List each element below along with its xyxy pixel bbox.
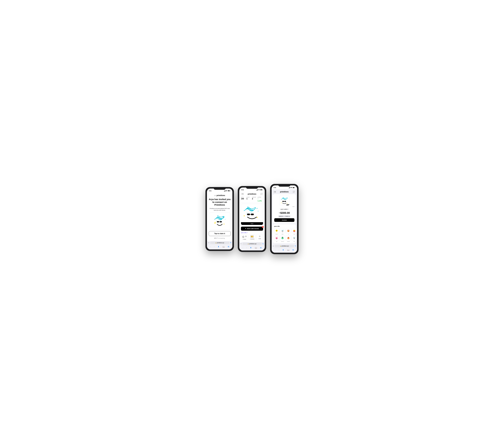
p3-wallet-icon[interactable] — [273, 190, 276, 194]
nft-thumb-friend[interactable]: ☺☺ 1 friend — [241, 234, 248, 241]
phone-1-content: ☺ primitives Arya has invited you to con… — [207, 192, 232, 241]
svg-text:☀: ☀ — [223, 223, 225, 225]
svg-text:✦: ✦ — [281, 199, 281, 200]
bookmarks-icon-2[interactable]: 📖 — [255, 247, 257, 249]
nft-moment-icon: 🎫 — [250, 235, 254, 238]
nft-img-tick: ✦ — [291, 235, 297, 241]
bookmarks-icon-3[interactable]: 📖 — [287, 249, 289, 251]
safari-aa-2[interactable]: AA — [240, 243, 242, 244]
svg-text:♥: ♥ — [277, 236, 278, 237]
share-icon-2[interactable]: ⬆ — [250, 247, 252, 249]
phone-2-screen: 9:41 — [239, 187, 265, 251]
share-badge: 2 — [262, 226, 264, 228]
safari-url-bar-3[interactable]: 🔒 primitives.xyz — [275, 245, 294, 247]
nft-cell-rj[interactable]: ★ ★ rj — [286, 228, 291, 235]
nft-img-marcus — [280, 235, 285, 241]
p2-chat-icon[interactable] — [260, 192, 263, 196]
svg-rect-43 — [282, 231, 282, 231]
claim-button[interactable]: Tap to claim it — [209, 231, 231, 236]
svg-text:✦: ✦ — [224, 216, 225, 218]
nft-cell-nems[interactable]: nems — [274, 228, 279, 235]
invite-title: Arya has invited you to connect on Primi… — [209, 198, 231, 206]
p2-stat-shared: shared 1 — [246, 197, 252, 202]
forward-icon-1[interactable]: › — [214, 246, 214, 248]
battery-icon-3 — [292, 187, 295, 188]
svg-text:✦: ✦ — [256, 208, 258, 209]
p2-nft-card: ✦ ✦ ✦ ☀ ☀ — [241, 204, 263, 225]
safari-aa-3[interactable]: AA — [273, 245, 274, 247]
copy-icon[interactable]: ⧉ — [289, 216, 290, 217]
your-nfts-header-2[interactable]: your nfts > — [239, 231, 265, 234]
p3-your-nfts-section: your nfts — [273, 224, 296, 243]
refresh-icon-2[interactable]: ↻ — [262, 243, 264, 245]
nft-cell-kai[interactable]: kai — [291, 228, 297, 235]
share-button[interactable]: ✦ share with friends 2 — [241, 227, 263, 231]
p2-header: primitives — [239, 191, 265, 196]
p3-wallet-address: AORG54...FJWOV ⧉ — [278, 215, 291, 218]
nft-cell-syf[interactable]: ♥ ♥ syf — [274, 235, 279, 242]
svg-point-69 — [288, 238, 288, 238]
phone-3: 9:41 — [270, 184, 299, 254]
svg-text:☀: ☀ — [281, 202, 282, 204]
status-time-1: 9:41 — [209, 190, 212, 192]
svg-text:☀: ☀ — [243, 215, 245, 217]
phone-3-screen: 9:41 — [272, 186, 297, 253]
nft-cell-tick[interactable]: ✦ tick — [291, 235, 297, 242]
safari-url-bar-1[interactable]: 🔒 primitives.xyz — [210, 241, 229, 244]
p2-wallet-icon[interactable] — [241, 192, 244, 196]
svg-point-37 — [276, 230, 277, 231]
wallet-svg-2 — [242, 193, 243, 195]
back-icon-3[interactable]: ‹ — [275, 249, 275, 251]
safari-aa-1[interactable]: AA — [208, 242, 210, 243]
nft-cell-marcus[interactable]: marcus — [280, 235, 285, 242]
svg-rect-31 — [282, 201, 284, 202]
status-time-3: 9:41 — [274, 187, 276, 188]
nft-cell-amelia[interactable]: ✦ ✦ amelia — [286, 235, 291, 242]
forward-icon-2[interactable]: › — [246, 247, 247, 249]
svg-text:☀: ☀ — [214, 222, 216, 224]
nft-img-amelia: ✦ ✦ — [286, 235, 291, 241]
back-icon-2[interactable]: ‹ — [243, 247, 243, 249]
p3-receive-button[interactable]: receive — [274, 218, 294, 222]
p2-title: primitives — [248, 193, 256, 195]
refresh-icon-1[interactable]: ↻ — [230, 242, 231, 244]
p3-title: primitives — [280, 191, 289, 193]
p2-stat-collected: collected 2 — [252, 197, 258, 202]
phone-1-screen: 9:41 — [207, 188, 232, 249]
share-icon-1[interactable]: ⬆ — [218, 246, 219, 248]
svg-text:✦: ✦ — [250, 212, 251, 213]
svg-point-60 — [277, 238, 277, 238]
svg-text:✦: ✦ — [216, 220, 217, 221]
phones-container: 9:41 — [205, 184, 299, 254]
tabs-icon-1[interactable]: ⧉ — [228, 246, 229, 248]
lock-icon-2: 🔒 — [248, 243, 249, 244]
bookmarks-icon-1[interactable]: 📖 — [223, 246, 225, 248]
back-icon-1[interactable]: ‹ — [210, 246, 211, 248]
svg-text:✦: ✦ — [289, 237, 290, 238]
p3-chat-icon[interactable] — [292, 190, 295, 194]
safari-bar-1: AA 🔒 primitives.xyz ↻ — [207, 241, 232, 245]
p3-wallet-selector[interactable]: arya's wallet ▾ — [279, 208, 290, 210]
svg-text:✦: ✦ — [214, 219, 215, 219]
refresh-icon-3[interactable]: ↻ — [295, 245, 296, 247]
nft-thumb-moment[interactable]: 🎫 1 moment — [249, 234, 256, 241]
svg-text:✦: ✦ — [295, 237, 295, 238]
phone-1: 9:41 — [205, 187, 234, 251]
nft-thumb-cards[interactable]: ❄ cards — [256, 234, 263, 241]
svg-text:✦: ✦ — [287, 237, 288, 238]
svg-point-59 — [276, 238, 276, 238]
tabs-icon-3[interactable]: ⧉ — [292, 249, 294, 251]
tabs-icon-2[interactable]: ⧉ — [260, 247, 261, 249]
forward-icon-3[interactable]: › — [279, 249, 279, 251]
safari-url-bar-2[interactable]: 🔒 primitives.xyz — [242, 242, 262, 245]
svg-rect-44 — [283, 231, 283, 231]
notch-1 — [213, 187, 226, 190]
svg-point-66 — [282, 238, 282, 238]
share-icon-3[interactable]: ⬆ — [282, 249, 284, 251]
signal-icon-1 — [224, 190, 225, 191]
svg-point-70 — [289, 238, 289, 238]
svg-text:✦: ✦ — [246, 212, 247, 214]
nft-cell-elira[interactable]: ✦ elira — [280, 228, 285, 235]
wifi-icon-1 — [226, 190, 227, 191]
p3-your-nfts-title: your nfts — [274, 226, 295, 227]
